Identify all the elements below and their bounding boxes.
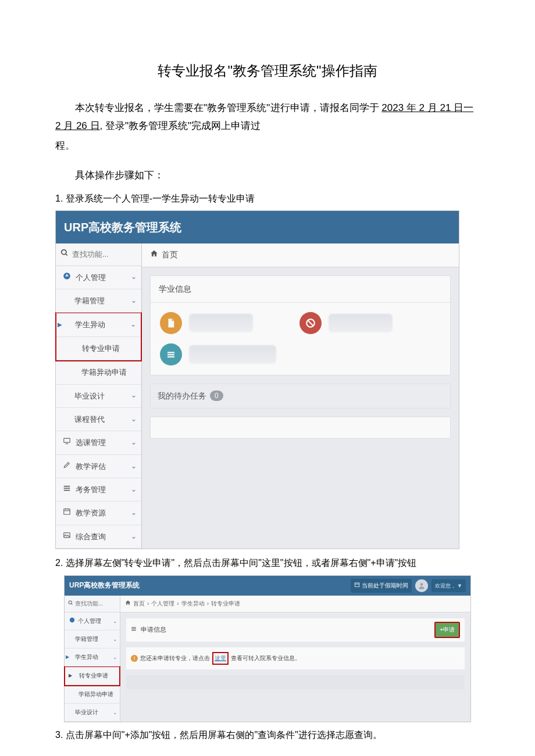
welcome-badge[interactable]: 欢迎您， ▼ [431, 579, 466, 592]
sidebar-change-major[interactable]: 转专业申请 [56, 337, 141, 360]
svg-rect-6 [64, 488, 70, 489]
empty-bar [126, 675, 465, 689]
vacation-badge: 当前处于假期时间 [351, 579, 412, 593]
sidebar-course-sub[interactable]: 课程替代 ⌄ [56, 408, 141, 431]
active-indicator-icon: ▶ [58, 320, 62, 330]
calendar-icon [354, 581, 360, 591]
crumb-change[interactable]: 学生异动 [181, 599, 205, 609]
stat-item-3 [160, 343, 276, 366]
crumb-sep: › [147, 599, 149, 609]
sidebar2-change-major-label: 转专业申请 [79, 671, 108, 681]
chevron-down-icon: ⌄ [131, 295, 137, 307]
breadcrumb-home[interactable]: 首页 [162, 248, 178, 262]
sidebar-student-change-label: 学生异动 [75, 318, 105, 331]
chevron-down-icon: ⌄ [131, 436, 137, 449]
msg-text-b: 查看可转入院系专业信息。 [231, 653, 301, 664]
chevron-down-icon: ⌄ [131, 507, 137, 519]
svg-rect-25 [131, 629, 136, 629]
application-info-panel-header: 申请信息 +申请 [126, 618, 465, 642]
search-icon [68, 599, 73, 609]
home-icon [150, 248, 158, 262]
sidebar2-status[interactable]: 学籍管理 ⌄ [65, 630, 120, 648]
search-placeholder: 查找功能... [72, 248, 109, 261]
main-content: 首页 学业信息 [142, 243, 459, 549]
list-square-icon [160, 343, 182, 366]
forbidden-icon [299, 312, 322, 334]
list-icon [62, 483, 72, 496]
sidebar-resource[interactable]: 教学资源 ⌄ [56, 501, 141, 525]
vacation-text: 当前处于假期时间 [362, 581, 408, 591]
system-title-bar-2: URP高校教务管理系统 当前处于假期时间 欢迎您， ▼ [65, 576, 470, 596]
sidebar-change-major-label: 转专业申请 [82, 342, 120, 355]
chevron-down-icon: ⌄ [113, 635, 117, 644]
chevron-down-icon: ⌄ [131, 531, 137, 543]
here-link[interactable]: 这里 [212, 652, 229, 665]
monitor-icon [62, 436, 72, 449]
svg-point-20 [420, 583, 423, 586]
intro-para-3: 具体操作步骤如下： [55, 167, 480, 185]
screenshot-1: URP高校教务管理系统 查找功能... 个人管理 ⌄ 学籍管理 ⌄ [55, 210, 459, 549]
sidebar2-personal[interactable]: 个人管理 ⌄ [65, 612, 120, 630]
search-placeholder-2: 查找功能... [75, 599, 103, 609]
sidebar-exam[interactable]: 考务管理 ⌄ [56, 478, 141, 501]
chevron-down-icon: ⌄ [131, 483, 137, 496]
card-header: 学业信息 [151, 276, 450, 303]
svg-rect-18 [355, 583, 359, 587]
sidebar-status-change[interactable]: 学籍异动申请 [56, 361, 141, 384]
crumb-personal[interactable]: 个人管理 [151, 599, 174, 609]
sidebar2-change[interactable]: ▶ 学生异动 ⌄ [65, 648, 120, 667]
sidebar-resource-label: 教学资源 [76, 506, 106, 519]
sidebar-course-select-label: 选课管理 [76, 436, 106, 449]
panel-title: 申请信息 [141, 626, 166, 633]
sidebar-personal[interactable]: 个人管理 ⌄ [56, 266, 141, 289]
dropdown-icon: ▼ [457, 583, 462, 589]
chevron-down-icon: ⌄ [131, 413, 137, 426]
sidebar2-status-change[interactable]: 学籍异动申请 [65, 686, 120, 704]
sidebar-query-label: 综合查询 [76, 530, 106, 543]
sidebar-course-select[interactable]: 选课管理 ⌄ [56, 431, 141, 454]
sidebar-teach-eval[interactable]: 教学评估 ⌄ [56, 455, 141, 478]
intro-para-1: 本次转专业报名，学生需要在"教务管理系统''进行申请，请报名同学于 2023 年… [55, 99, 480, 135]
step-2-label: 2. 选择屏幕左侧"转专业申请"，然后点击屏幕中间"这里"按钮，或者屏幕右侧"+… [55, 555, 480, 572]
sidebar-query[interactable]: 综合查询 ⌄ [56, 525, 141, 549]
crumb-home[interactable]: 首页 [133, 599, 145, 609]
search-input[interactable]: 查找功能... [56, 243, 141, 266]
sidebar2-personal-label: 个人管理 [78, 616, 101, 626]
task-count-badge: 0 [210, 390, 223, 401]
chevron-down-icon: ⌄ [131, 271, 137, 284]
svg-rect-5 [64, 486, 70, 487]
sidebar2-change-major[interactable]: ▶ 转专业申请 [65, 667, 119, 685]
active-indicator-icon: ▶ [66, 653, 69, 661]
sidebar-exam-label: 考务管理 [76, 483, 106, 496]
msg-text-a: 您还未申请转专业，请点击 [140, 653, 210, 664]
sidebar2-status-label: 学籍管理 [75, 634, 98, 644]
document-icon [160, 312, 182, 334]
sidebar-grad[interactable]: 毕业设计 ⌄ [56, 385, 141, 408]
list-icon [131, 626, 138, 633]
intro-text-1a: 本次转专业报名，学生需要在"教务管理系统''进行申请，请报名同学于 [75, 102, 379, 113]
svg-rect-17 [167, 356, 174, 357]
add-application-button[interactable]: +申请 [434, 622, 460, 638]
svg-rect-16 [167, 354, 174, 355]
breadcrumb: 首页 [142, 243, 459, 267]
pending-tasks-label: 我的待办任务 [158, 389, 206, 403]
pending-tasks-panel: 我的待办任务 0 [150, 384, 451, 409]
dashboard-icon [68, 616, 76, 626]
academic-info-card: 学业信息 [150, 275, 451, 375]
search-icon [60, 247, 69, 261]
avatar-icon[interactable] [415, 579, 428, 592]
sidebar-student-change[interactable]: ▶ 学生异动 ⌄ [56, 313, 141, 336]
sidebar2-grad[interactable]: 毕业设计 ⌄ [65, 704, 120, 722]
intro-text-1b: , 登录"教务管理系统"完成网上申请过 [100, 120, 261, 131]
sidebar: 查找功能... 个人管理 ⌄ 学籍管理 ⌄ ▶ 学生异动 ⌄ [56, 243, 142, 549]
empty-panel [150, 417, 451, 439]
sidebar-status-change-label: 学籍异动申请 [81, 366, 127, 379]
search-input-2[interactable]: 查找功能... [65, 596, 120, 612]
svg-rect-3 [64, 439, 70, 443]
svg-line-22 [72, 604, 73, 605]
doc-title: 转专业报名"教务管理系统"操作指南 [55, 58, 480, 83]
image-icon [62, 530, 72, 543]
info-icon: ! [131, 655, 138, 662]
chevron-down-icon: ⌄ [131, 460, 137, 473]
sidebar-status[interactable]: 学籍管理 ⌄ [56, 289, 141, 313]
